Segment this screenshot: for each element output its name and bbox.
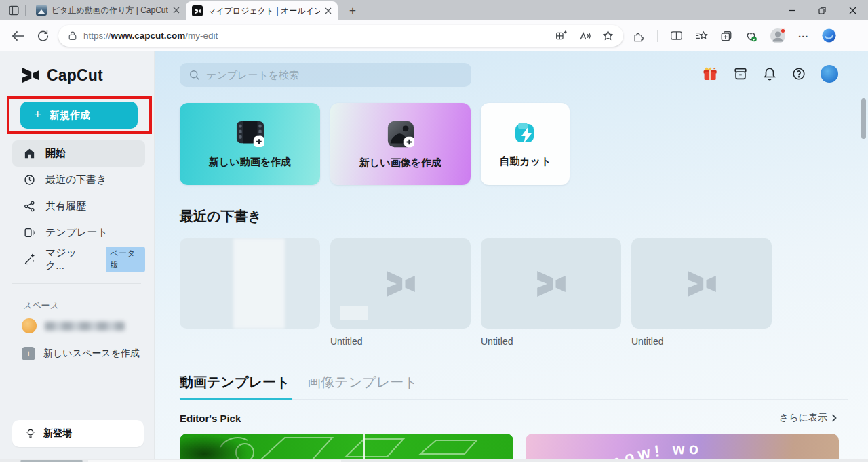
recent-drafts-heading: 最近の下書き [180, 207, 262, 226]
lock-icon [68, 30, 77, 41]
storage-box-icon[interactable] [733, 66, 748, 81]
create-image-card[interactable]: 新しい画像を作成 [330, 103, 471, 185]
tab-title: マイプロジェクト | オールインワン動画エ [208, 5, 320, 17]
tab-close-icon[interactable] [173, 7, 180, 14]
profile-avatar[interactable] [770, 28, 786, 44]
create-space-button[interactable]: + 新しいスペースを作成 [22, 347, 140, 360]
extensions-icon[interactable] [633, 30, 645, 42]
workspace-item[interactable] [22, 318, 125, 333]
autocut-bolt-icon [512, 121, 539, 148]
minimize-button[interactable] [776, 0, 807, 20]
rewards-gift-icon[interactable] [701, 65, 719, 83]
sidebar-item-label: 最近の下書き [45, 173, 107, 186]
search-input[interactable] [206, 69, 462, 81]
capcut-watermark-icon [383, 266, 418, 301]
create-card-label: 新しい画像を作成 [359, 156, 441, 169]
show-more-link[interactable]: さらに表示 [779, 412, 837, 424]
favorites-hub-icon[interactable] [695, 30, 708, 41]
sidebar-item-home[interactable]: 開始 [12, 140, 145, 167]
whats-new-button[interactable]: 新登場 [12, 420, 144, 447]
favorite-star-icon[interactable] [602, 30, 614, 41]
lightbulb-icon [24, 427, 37, 440]
close-window-button[interactable] [837, 0, 868, 20]
create-video-card[interactable]: 新しい動画を作成 [180, 103, 320, 185]
read-aloud-icon[interactable] [578, 30, 591, 41]
template-icon [23, 226, 37, 239]
whats-new-label: 新登場 [43, 427, 72, 440]
sidebar-item-label: マジック... [45, 247, 92, 272]
browser-tab-active[interactable]: マイプロジェクト | オールインワン動画エ [186, 1, 338, 20]
recent-drafts-list: Untitled Untitled Untitled [180, 238, 772, 347]
autocut-card[interactable]: 自動カット [481, 103, 570, 185]
page-scrollbar-thumb[interactable] [861, 98, 866, 139]
chevron-right-icon [831, 414, 837, 422]
sidebar-item-magic[interactable]: マジック... ベータ版 [12, 246, 145, 272]
sidebar-item-templates[interactable]: テンプレート [12, 219, 145, 246]
tab-image-templates[interactable]: 画像テンプレート [307, 373, 417, 392]
tab-close-icon[interactable] [325, 7, 332, 14]
template-thumbnail-green[interactable] [180, 434, 513, 462]
draft-item: Untitled [330, 238, 471, 347]
browser-essentials-icon[interactable] [745, 30, 757, 42]
split-window-grid-icon[interactable] [555, 30, 567, 41]
sidebar-item-share-history[interactable]: 共有履歴 [12, 193, 145, 219]
settings-more-icon[interactable]: ... [798, 28, 809, 39]
template-tabs: 動画テンプレート 画像テンプレート [180, 373, 418, 392]
draft-title [180, 336, 320, 347]
capcut-favicon [192, 5, 203, 16]
capcut-logo[interactable]: CapCut [20, 65, 103, 85]
draft-title: Untitled [330, 336, 471, 347]
capcut-logo-text: CapCut [47, 66, 103, 85]
back-icon[interactable] [8, 30, 27, 41]
sidebar-menu: 開始 最近の下書き 共有履歴 [12, 140, 145, 272]
sidebar-item-recent-drafts[interactable]: 最近の下書き [12, 167, 145, 193]
capcut-main: 新しい動画を作成 新しい画像を作成 [155, 51, 868, 462]
workspace-avatar [22, 318, 37, 333]
draft-item [180, 238, 320, 347]
new-create-button[interactable]: + 新規作成 [20, 102, 138, 129]
collections-icon[interactable] [720, 30, 732, 42]
create-cards: 新しい動画を作成 新しい画像を作成 [180, 103, 570, 185]
capcut-logo-icon [20, 65, 41, 85]
editors-pick-heading: Editor's Pick [180, 413, 241, 424]
template-thumbnail-pink[interactable]: now! wo [526, 434, 839, 462]
template-search[interactable] [180, 63, 471, 87]
tab-video-templates[interactable]: 動画テンプレート [180, 373, 290, 392]
template-art-text: now! wo [526, 434, 839, 462]
magic-wand-icon [23, 253, 37, 266]
capcut-sidebar: CapCut + 新規作成 開始 最近の下書き [0, 51, 155, 462]
new-create-label: 新規作成 [50, 109, 90, 122]
create-card-label: 自動カット [499, 155, 551, 168]
draft-thumbnail[interactable] [180, 238, 320, 329]
spaces-label: スペース [23, 299, 59, 312]
new-tab-button[interactable]: + [344, 4, 361, 18]
plus-icon: + [34, 107, 41, 122]
draft-title: Untitled [631, 336, 772, 347]
copilot-icon[interactable] [821, 28, 837, 43]
account-avatar[interactable] [821, 65, 838, 83]
draft-thumbnail[interactable] [631, 238, 772, 329]
draft-item: Untitled [631, 238, 772, 347]
draft-thumbnail[interactable] [481, 238, 621, 329]
help-icon[interactable] [791, 66, 806, 81]
header-icons [701, 65, 838, 83]
browser-tab-inactive[interactable]: ピタ止め動画の作り方 | CapCutでビ [30, 0, 186, 20]
split-screen-icon[interactable] [670, 30, 683, 41]
sidebar-item-label: 共有履歴 [45, 200, 86, 213]
restore-button[interactable] [807, 0, 837, 20]
home-icon [23, 147, 37, 160]
workspace-name-blurred [45, 322, 125, 331]
toolbar-divider [657, 30, 658, 42]
draft-thumbnail[interactable] [330, 238, 471, 329]
address-bar[interactable]: https://www.capcut.com/my-edit [58, 25, 623, 47]
active-tab-underline [180, 398, 292, 400]
notifications-bell-icon[interactable] [762, 66, 777, 81]
refresh-icon[interactable] [33, 30, 52, 41]
beta-badge: ベータ版 [106, 247, 145, 272]
plus-icon: + [22, 347, 35, 360]
webpage-favicon [36, 5, 47, 16]
tab-workspaces-icon[interactable] [8, 5, 20, 16]
sidebar-divider [12, 283, 141, 284]
share-icon [23, 200, 37, 213]
create-space-label: 新しいスペースを作成 [43, 348, 140, 360]
